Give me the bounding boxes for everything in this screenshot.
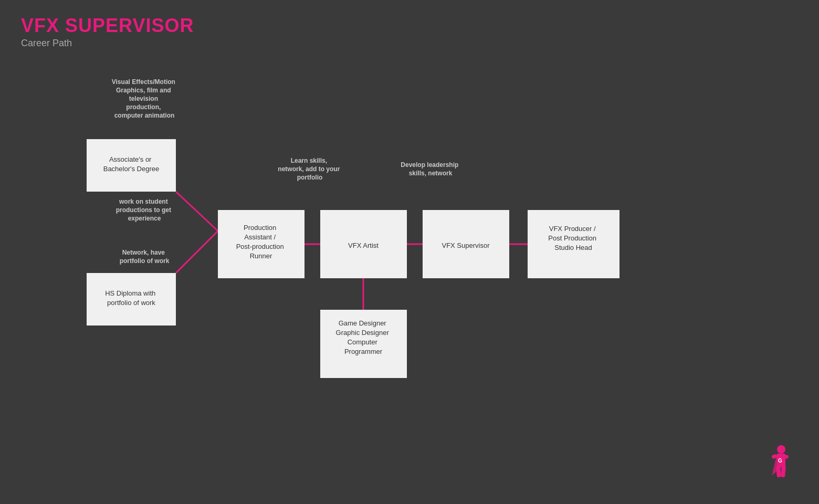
- study-label: Visual Effects/Motion Graphics, film and…: [112, 78, 177, 119]
- page-subtitle: Career Path: [21, 38, 194, 49]
- learn-skills-label: Learn skills, network, add to your portf…: [278, 157, 341, 181]
- leadership-label: Develop leadership skills, network: [401, 161, 460, 177]
- vfxsupervisor-box-label: VFX Supervisor: [442, 242, 490, 249]
- vfxproducer-box-label: VFX Producer / Post Production Studio He…: [548, 225, 598, 251]
- page-title: VFX SUPERVISOR: [21, 15, 194, 37]
- career-diagram: Visual Effects/Motion Graphics, film and…: [0, 68, 819, 478]
- portfolio-label: Network, have portfolio of work: [120, 249, 170, 265]
- svg-point-0: [777, 445, 785, 454]
- header: VFX SUPERVISOR Career Path: [21, 15, 194, 49]
- connector-degree-production: [176, 192, 218, 231]
- logo: G: [761, 444, 798, 488]
- vfxartist-box-label: VFX Artist: [348, 242, 379, 249]
- connector-diploma-production: [176, 231, 218, 273]
- svg-text:G: G: [778, 458, 782, 464]
- svg-rect-4: [781, 466, 786, 478]
- experience-label: work on student productions to get exper…: [116, 198, 173, 222]
